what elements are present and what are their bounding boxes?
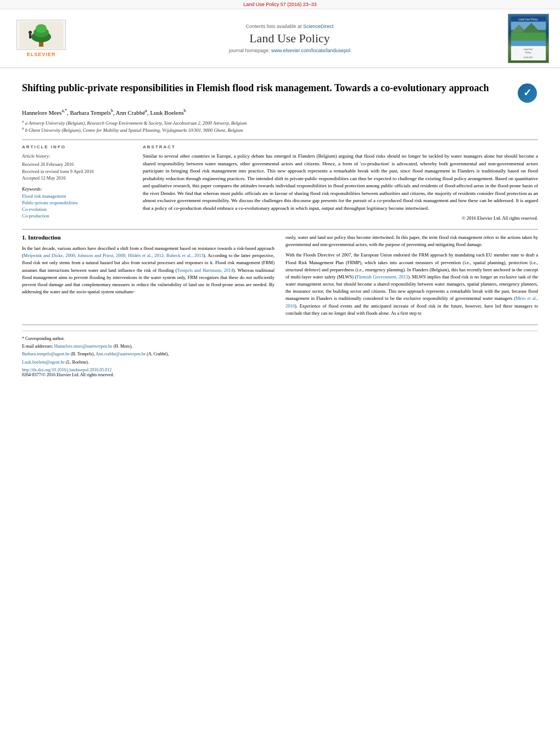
homepage-label: journal homepage: bbox=[229, 48, 270, 53]
elsevier-text: ELSEVIER bbox=[27, 52, 56, 57]
section-1-heading: 1. Introduction bbox=[22, 234, 275, 241]
svg-text:Policy: Policy bbox=[525, 51, 531, 54]
abstract-text: Similar to several other countries in Eu… bbox=[143, 153, 538, 212]
crossmark-badge: ✓ bbox=[516, 82, 538, 104]
article-footer: * Corresponding author. E-mail addresses… bbox=[22, 331, 538, 377]
intro-para-3: With the Floods Directive of 2007, the E… bbox=[285, 252, 538, 317]
keyword-2[interactable]: Public-private responsibilities bbox=[22, 200, 132, 205]
svg-rect-15 bbox=[511, 41, 546, 46]
ref-link-3[interactable]: Flemish Government, 2013 bbox=[356, 274, 408, 280]
abstract-label: ABSTRACT bbox=[143, 144, 538, 149]
accepted-date: Accepted 12 May 2016 bbox=[22, 175, 66, 181]
contents-text: Contents lists available at bbox=[245, 24, 301, 29]
keywords-label: Keywords: bbox=[22, 186, 132, 192]
article-info-label: ARTICLE INFO bbox=[22, 144, 132, 149]
email-2[interactable]: Barbara.tempels@ugent.be bbox=[22, 352, 70, 356]
citation-bar: Land Use Policy 57 (2016) 23–33 bbox=[0, 0, 560, 9]
section-number: 1. bbox=[22, 234, 26, 241]
logo-box bbox=[16, 20, 66, 50]
email-1-author: (H. Mees), bbox=[114, 344, 132, 349]
info-abstract-section: ARTICLE INFO Article history: Received 2… bbox=[22, 144, 538, 221]
section-divider-footer bbox=[22, 325, 538, 325]
article-title: Shifting public-private responsibilities… bbox=[22, 82, 516, 94]
journal-title: Land Use Policy bbox=[82, 31, 497, 46]
author-4: Luuk Boelensb bbox=[150, 109, 186, 116]
section-divider-2 bbox=[22, 229, 538, 230]
email-4[interactable]: Luuk.boelens@ugent.be bbox=[22, 360, 65, 365]
doi-line: http://dx.doi.org/10.1016/j.landusepol.2… bbox=[22, 367, 538, 372]
svg-rect-6 bbox=[29, 34, 31, 38]
section-title: Introduction bbox=[28, 234, 61, 241]
email-line-3: Luuk.boelens@ugent.be (L. Boelens). bbox=[22, 359, 538, 365]
journal-homepage: journal homepage: www.elsevier.com/locat… bbox=[82, 48, 497, 53]
citation-text: Land Use Policy 57 (2016) 23–33 bbox=[243, 2, 317, 7]
article-history: Article history: Received 26 February 20… bbox=[22, 153, 132, 182]
received-date: Received 26 February 2016 bbox=[22, 161, 74, 167]
page: Land Use Policy 57 (2016) 23–33 bbox=[0, 0, 560, 742]
sciencedirect-link[interactable]: ScienceDirect bbox=[303, 24, 334, 29]
article-body: Shifting public-private responsibilities… bbox=[0, 68, 560, 388]
journal-header: ELSEVIER Contents lists available at Sci… bbox=[0, 9, 560, 68]
abstract-paragraph: Similar to several other countries in Eu… bbox=[143, 153, 538, 212]
email-label: E-mail addresses: bbox=[22, 344, 53, 349]
email-3[interactable]: Ann.crabbe@uantwerpen.be bbox=[96, 352, 145, 356]
intro-para-2: ously, water and land use policy thus be… bbox=[285, 234, 538, 248]
authors-line: Hannelore Meesa,*, Barbara Tempelsb, Ann… bbox=[22, 108, 538, 116]
introduction-body-left: In the last decade, various authors have… bbox=[22, 245, 275, 295]
introduction-left: 1. Introduction In the last decade, vari… bbox=[22, 234, 275, 320]
email-line-2: Barbara.tempels@ugent.be (B. Tempels), A… bbox=[22, 351, 538, 357]
email-1[interactable]: Hannelore.mees@uantwerpen.be bbox=[54, 344, 113, 349]
history-label: Article history: bbox=[22, 153, 132, 160]
sciencedirect-line: Contents lists available at ScienceDirec… bbox=[82, 24, 497, 29]
keyword-3[interactable]: Co-evolution bbox=[22, 207, 132, 212]
intro-para-1: In the last decade, various authors have… bbox=[22, 245, 275, 295]
article-info-column: ARTICLE INFO Article history: Received 2… bbox=[22, 144, 132, 221]
sciencedirect-link-text: ScienceDirect bbox=[303, 24, 334, 29]
svg-text:ELSEVIER: ELSEVIER bbox=[524, 57, 533, 59]
revised-date: Received in revised form 9 April 2016 bbox=[22, 169, 94, 174]
header-center: Contents lists available at ScienceDirec… bbox=[71, 24, 508, 53]
affiliation-b: b b Ghent University (Belgium), Centre f… bbox=[22, 126, 538, 134]
corresponding-author-note: * Corresponding author. bbox=[22, 336, 538, 342]
keywords-section: Keywords: Flood risk management Public-p… bbox=[22, 186, 132, 219]
affiliation-a: a a Antwerp University (Belgium), Resear… bbox=[22, 119, 538, 127]
svg-text:Land Use Policy: Land Use Policy bbox=[518, 18, 538, 21]
elsevier-logo: ELSEVIER bbox=[11, 20, 71, 57]
doi-link[interactable]: http://dx.doi.org/10.1016/j.landusepol.2… bbox=[22, 367, 111, 372]
ref-link-2[interactable]: Tempels and Hartmann, 2014 bbox=[177, 267, 233, 273]
affiliations: a a Antwerp University (Belgium), Resear… bbox=[22, 119, 538, 134]
ref-link-4[interactable]: Mees et al., 2016 bbox=[285, 295, 538, 308]
abstract-column: ABSTRACT Similar to several other countr… bbox=[143, 144, 538, 221]
author-2: Barbara Tempelsb bbox=[70, 109, 113, 116]
main-content-section: 1. Introduction In the last decade, vari… bbox=[22, 234, 538, 320]
keyword-4[interactable]: Co-production bbox=[22, 213, 132, 219]
svg-point-4 bbox=[36, 24, 47, 33]
introduction-body-right: ously, water and land use policy thus be… bbox=[285, 234, 538, 317]
author-3: Ann Crabbéa bbox=[116, 109, 147, 116]
svg-text:Land Use: Land Use bbox=[524, 48, 533, 51]
svg-point-5 bbox=[29, 31, 32, 34]
keyword-1[interactable]: Flood risk management bbox=[22, 193, 132, 199]
journal-cover-svg: Land Use Policy Land Use Policy ELSEVIER bbox=[511, 16, 546, 60]
article-title-section: Shifting public-private responsibilities… bbox=[22, 82, 538, 104]
homepage-url[interactable]: www.elsevier.com/locate/landusepol bbox=[271, 48, 350, 53]
crossmark-icon: ✓ bbox=[518, 83, 537, 103]
section-divider-1 bbox=[22, 140, 538, 140]
issn-line: 0264-8377/© 2016 Elsevier Ltd. All right… bbox=[22, 372, 538, 377]
introduction-right: ously, water and land use policy thus be… bbox=[285, 234, 538, 320]
journal-cover-image: Land Use Policy Land Use Policy ELSEVIER bbox=[508, 14, 549, 63]
author-1: Hannelore Meesa,* bbox=[22, 109, 67, 116]
email-label-line: E-mail addresses: Hannelore.mees@uantwer… bbox=[22, 343, 538, 349]
elsevier-tree-icon bbox=[19, 21, 63, 49]
ref-link-1[interactable]: Meijerink and Dicke, 2008; Johnson and P… bbox=[24, 253, 204, 258]
svg-rect-11 bbox=[511, 32, 546, 41]
copyright-line: © 2016 Elsevier Ltd. All rights reserved… bbox=[143, 215, 538, 221]
